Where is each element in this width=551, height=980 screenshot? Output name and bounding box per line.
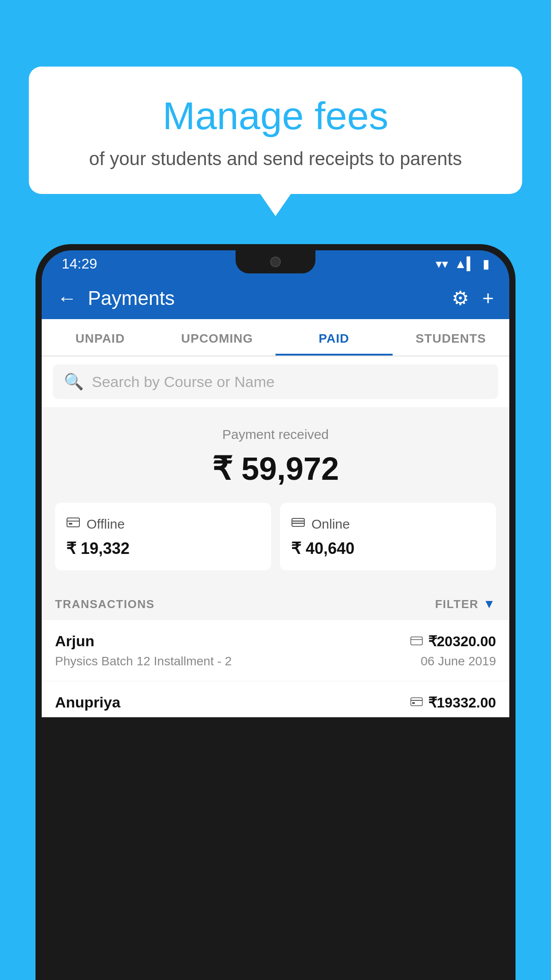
search-bar[interactable]: 🔍 Search by Course or Name: [53, 364, 498, 399]
offline-label-row: Offline: [66, 515, 125, 533]
svg-rect-10: [412, 702, 415, 704]
app-header: ← Payments ⚙ +: [42, 277, 509, 319]
online-icon: [291, 515, 305, 533]
phone-notch: [236, 250, 315, 273]
battery-icon: ▮: [483, 257, 489, 271]
payment-summary: Payment received ₹ 59,972: [42, 407, 509, 584]
online-label-row: Online: [291, 515, 350, 533]
payment-cards: Offline ₹ 19,332: [55, 503, 496, 570]
offline-amount: ₹ 19,332: [66, 539, 130, 558]
transaction-amount-row: ₹20320.00: [410, 633, 496, 650]
offline-label: Offline: [87, 517, 125, 532]
bubble-subtitle: of your students and send receipts to pa…: [64, 148, 487, 170]
tab-paid[interactable]: PAID: [276, 319, 393, 356]
payment-total-amount: ₹ 59,972: [55, 450, 496, 487]
transactions-header: TRANSACTIONS FILTER ▼: [42, 584, 509, 620]
speech-bubble-container: Manage fees of your students and send re…: [29, 67, 522, 194]
transaction-payment-icon: [410, 634, 423, 648]
svg-rect-2: [69, 523, 72, 525]
settings-icon[interactable]: ⚙: [452, 287, 469, 309]
wifi-icon: ▾▾: [436, 257, 448, 271]
transaction-date: 06 June 2019: [421, 654, 496, 668]
search-container: 🔍 Search by Course or Name: [42, 356, 509, 407]
phone-inner: 14:29 ▾▾ ▲▍ ▮ ← Payments ⚙ + UNPAID UPCO…: [42, 250, 509, 974]
status-icons: ▾▾ ▲▍ ▮: [436, 257, 489, 271]
tab-unpaid[interactable]: UNPAID: [42, 319, 159, 356]
transaction-payment-icon-2: [410, 695, 423, 710]
app-content: 🔍 Search by Course or Name Payment recei…: [42, 356, 509, 717]
transaction-amount: ₹20320.00: [428, 633, 496, 650]
camera: [270, 257, 281, 267]
transactions-label: TRANSACTIONS: [55, 597, 155, 611]
back-button[interactable]: ←: [57, 287, 77, 309]
online-label: Online: [311, 517, 350, 532]
tab-upcoming[interactable]: UPCOMING: [159, 319, 276, 356]
transaction-amount-row-2: ₹19332.00: [410, 694, 496, 711]
header-title: Payments: [88, 287, 441, 309]
transaction-name-2: Anupriya: [55, 694, 120, 711]
svg-rect-6: [411, 637, 422, 645]
filter-button[interactable]: FILTER ▼: [435, 597, 496, 611]
transaction-row: Arjun ₹20320.00 Physics Batch 12 Install…: [42, 620, 509, 681]
filter-icon: ▼: [483, 597, 496, 611]
signal-icon: ▲▍: [454, 257, 476, 271]
filter-label: FILTER: [435, 597, 479, 611]
add-icon[interactable]: +: [482, 287, 494, 309]
status-time: 14:29: [62, 256, 97, 272]
transaction-row-partial: Anupriya ₹19332.00: [42, 681, 509, 717]
offline-icon: [66, 515, 80, 533]
transaction-amount-2: ₹19332.00: [428, 694, 496, 711]
bubble-title: Manage fees: [64, 93, 487, 138]
tab-students[interactable]: STUDENTS: [393, 319, 510, 356]
svg-rect-0: [67, 518, 79, 527]
offline-payment-card: Offline ₹ 19,332: [55, 503, 271, 570]
search-placeholder: Search by Course or Name: [92, 373, 275, 391]
transaction-bottom: Physics Batch 12 Installment - 2 06 June…: [55, 654, 496, 668]
phone-frame: 14:29 ▾▾ ▲▍ ▮ ← Payments ⚙ + UNPAID UPCO…: [35, 244, 516, 980]
tabs-bar: UNPAID UPCOMING PAID STUDENTS: [42, 319, 509, 356]
transaction-course: Physics Batch 12 Installment - 2: [55, 654, 232, 668]
online-amount: ₹ 40,640: [291, 539, 354, 558]
transaction-name: Arjun: [55, 632, 94, 650]
payment-received-label: Payment received: [55, 427, 496, 442]
speech-bubble: Manage fees of your students and send re…: [29, 67, 522, 194]
online-payment-card: Online ₹ 40,640: [280, 503, 496, 570]
transaction-top: Arjun ₹20320.00: [55, 632, 496, 650]
svg-rect-3: [292, 518, 304, 526]
search-icon: 🔍: [64, 372, 84, 391]
svg-rect-8: [411, 698, 422, 706]
header-icons: ⚙ +: [452, 287, 494, 309]
